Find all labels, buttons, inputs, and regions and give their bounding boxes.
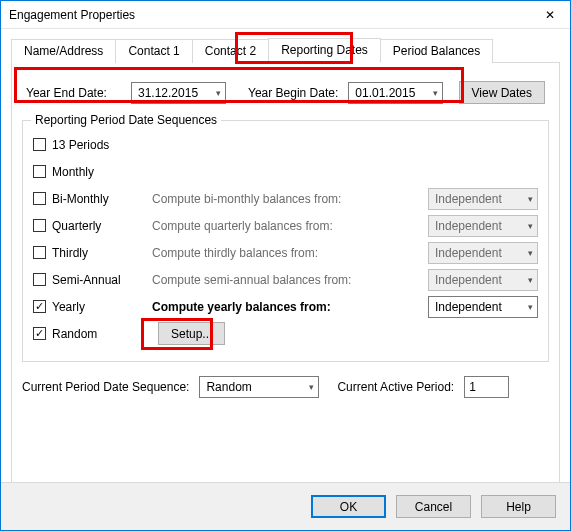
year-end-date-combo[interactable]: 31.12.2015 ▾ — [131, 82, 226, 104]
group-title: Reporting Period Date Sequences — [31, 113, 221, 127]
chevron-down-icon: ▾ — [427, 88, 438, 98]
reporting-period-group: Reporting Period Date Sequences 13 Perio… — [22, 120, 549, 362]
chevron-down-icon: ▾ — [522, 221, 533, 231]
current-seq-value: Random — [206, 380, 251, 394]
tab-reporting-dates[interactable]: Reporting Dates — [268, 38, 381, 63]
period-label: Random — [52, 327, 152, 341]
period-checkbox[interactable] — [33, 138, 46, 151]
year-begin-date-value: 01.01.2015 — [355, 86, 415, 100]
period-label: Semi-Annual — [52, 273, 152, 287]
compute-from-value: Independent — [435, 219, 502, 233]
compute-from-value: Independent — [435, 300, 502, 314]
view-dates-button[interactable]: View Dates — [459, 81, 545, 104]
period-row: Bi-MonthlyCompute bi-monthly balances fr… — [33, 185, 538, 212]
chevron-down-icon: ▾ — [522, 194, 533, 204]
tab-page-reporting-dates: Year End Date: 31.12.2015 ▾ Year Begin D… — [11, 63, 560, 483]
tab-contact-2[interactable]: Contact 2 — [192, 39, 269, 63]
compute-from-combo: Independent▾ — [428, 188, 538, 210]
period-row: 13 Periods — [33, 131, 538, 158]
dialog-footer: OK Cancel Help — [1, 482, 570, 530]
compute-from-combo[interactable]: Independent▾ — [428, 296, 538, 318]
period-row: RandomSetup... — [33, 320, 538, 347]
period-label: Thirdly — [52, 246, 152, 260]
dialog-window: Engagement Properties ✕ Name/Address Con… — [0, 0, 571, 531]
period-row: YearlyCompute yearly balances from:Indep… — [33, 293, 538, 320]
compute-from-combo: Independent▾ — [428, 269, 538, 291]
tab-contact-1[interactable]: Contact 1 — [115, 39, 192, 63]
active-period-input[interactable] — [464, 376, 509, 398]
tab-period-balances[interactable]: Period Balances — [380, 39, 493, 63]
compute-from-combo: Independent▾ — [428, 242, 538, 264]
current-seq-combo[interactable]: Random ▾ — [199, 376, 319, 398]
dialog-content: Name/Address Contact 1 Contact 2 Reporti… — [1, 29, 570, 483]
compute-from-label: Compute bi-monthly balances from: — [152, 192, 428, 206]
close-button[interactable]: ✕ — [530, 1, 570, 29]
chevron-down-icon: ▾ — [522, 302, 533, 312]
close-icon: ✕ — [545, 8, 555, 22]
ok-button[interactable]: OK — [311, 495, 386, 518]
period-label: Monthly — [52, 165, 152, 179]
period-row: ThirdlyCompute thirdly balances from:Ind… — [33, 239, 538, 266]
active-period-label: Current Active Period: — [337, 380, 454, 394]
cancel-button[interactable]: Cancel — [396, 495, 471, 518]
compute-from-combo: Independent▾ — [428, 215, 538, 237]
setup-button[interactable]: Setup... — [158, 322, 225, 345]
compute-from-value: Independent — [435, 273, 502, 287]
year-begin-date-combo[interactable]: 01.01.2015 ▾ — [348, 82, 443, 104]
chevron-down-icon: ▾ — [210, 88, 221, 98]
compute-from-label: Compute thirdly balances from: — [152, 246, 428, 260]
period-checkbox[interactable] — [33, 246, 46, 259]
year-end-date-value: 31.12.2015 — [138, 86, 198, 100]
compute-from-value: Independent — [435, 246, 502, 260]
window-title: Engagement Properties — [9, 8, 135, 22]
sequence-row: Current Period Date Sequence: Random ▾ C… — [22, 376, 549, 398]
period-row: QuarterlyCompute quarterly balances from… — [33, 212, 538, 239]
compute-from-label: Compute quarterly balances from: — [152, 219, 428, 233]
period-checkbox[interactable] — [33, 165, 46, 178]
tab-name-address[interactable]: Name/Address — [11, 39, 116, 63]
compute-from-value: Independent — [435, 192, 502, 206]
period-checkbox[interactable] — [33, 192, 46, 205]
period-label: Yearly — [52, 300, 152, 314]
chevron-down-icon: ▾ — [522, 248, 533, 258]
period-checkbox[interactable] — [33, 327, 46, 340]
period-label: Bi-Monthly — [52, 192, 152, 206]
current-seq-label: Current Period Date Sequence: — [22, 380, 189, 394]
period-checkbox[interactable] — [33, 219, 46, 232]
period-checkbox[interactable] — [33, 300, 46, 313]
help-button[interactable]: Help — [481, 495, 556, 518]
year-end-date-label: Year End Date: — [26, 86, 121, 100]
titlebar: Engagement Properties ✕ — [1, 1, 570, 29]
period-checkbox[interactable] — [33, 273, 46, 286]
tabstrip: Name/Address Contact 1 Contact 2 Reporti… — [11, 37, 560, 63]
period-rows: 13 PeriodsMonthlyBi-MonthlyCompute bi-mo… — [33, 131, 538, 347]
period-row: Monthly — [33, 158, 538, 185]
compute-from-label: Compute semi-annual balances from: — [152, 273, 428, 287]
chevron-down-icon: ▾ — [303, 382, 314, 392]
period-row: Semi-AnnualCompute semi-annual balances … — [33, 266, 538, 293]
compute-from-label: Compute yearly balances from: — [152, 300, 428, 314]
chevron-down-icon: ▾ — [522, 275, 533, 285]
period-label: 13 Periods — [52, 138, 152, 152]
year-begin-date-label: Year Begin Date: — [248, 86, 338, 100]
period-label: Quarterly — [52, 219, 152, 233]
date-row: Year End Date: 31.12.2015 ▾ Year Begin D… — [22, 75, 549, 110]
